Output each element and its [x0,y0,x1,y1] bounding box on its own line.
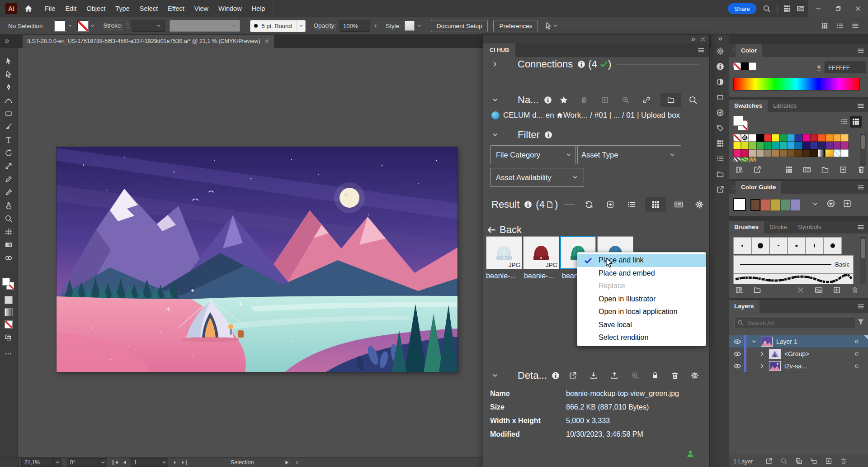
swatch[interactable] [756,142,764,149]
swatch[interactable] [795,142,802,149]
swatch[interactable] [833,149,841,157]
add-folder-icon[interactable] [601,96,609,104]
app-search-icon[interactable] [763,5,771,13]
layer-name[interactable]: <Group> [784,350,809,357]
swatch[interactable] [802,149,810,157]
collapse-panel-icon[interactable] [690,37,696,42]
charcoal-brush[interactable] [733,273,854,284]
brush-preset[interactable] [824,237,842,254]
layer-name[interactable]: t2v-sa... [784,362,807,370]
tab-stroke[interactable]: Stroke [764,221,793,234]
tab-libraries[interactable]: Libraries [768,100,802,112]
swatch[interactable] [733,142,741,149]
tab-color[interactable]: Color [736,44,762,57]
placed-artwork[interactable] [57,147,458,372]
swatch[interactable] [795,149,802,157]
details-zoom-icon[interactable] [631,372,639,380]
tab-color-guide[interactable]: Color Guide [736,181,781,194]
breadcrumb-mid[interactable]: en [546,111,554,120]
delete-swatch-icon[interactable] [857,166,865,174]
visibility-eye-icon[interactable] [733,338,741,346]
gradient-tool[interactable] [0,238,17,251]
illustrator-logo[interactable]: Ai [5,3,17,14]
rotation-chevron-icon[interactable] [99,458,107,467]
base-color-swatch[interactable] [733,198,746,211]
open-external-icon[interactable] [569,372,577,380]
rectangle-tool[interactable] [0,107,17,120]
fill-proxy-swatch[interactable] [2,278,10,286]
layer-row-layer1[interactable]: Layer 1 [729,335,868,348]
document-tab[interactable]: ILST-28.0.0-en_US-17519788-5f63-45f0-a33… [23,34,274,48]
swatch[interactable] [802,134,810,142]
swatch[interactable] [772,149,779,157]
swatch-libraries-icon[interactable] [735,166,743,174]
layer-row-group[interactable]: <Group> [729,348,868,360]
swatch[interactable] [749,142,756,149]
layers-filter-icon[interactable] [857,318,864,325]
panel-menu-icon[interactable] [852,22,859,29]
swatch[interactable] [795,134,802,142]
swatch[interactable] [749,157,756,162]
artboard[interactable] [57,147,458,372]
contrast-panel-icon[interactable] [711,74,729,90]
swatch[interactable] [772,142,779,149]
menu-item[interactable]: Edit [60,0,81,17]
mesh-tool[interactable] [0,225,17,238]
panel-collapse-icon[interactable] [731,184,736,191]
window-restore-button[interactable] [828,0,848,17]
direct-selection-tool[interactable] [0,67,17,81]
details-collapse-icon[interactable] [491,372,499,379]
window-close-button[interactable] [848,0,868,17]
first-artboard-button[interactable] [113,459,120,466]
make-mask-icon[interactable] [795,457,802,465]
fill-stroke-proxy[interactable] [2,278,15,291]
folder-panel-icon[interactable] [711,167,729,182]
stroke-weight-label[interactable]: Stroke: [104,22,123,29]
opacity-expand-icon[interactable] [373,23,378,29]
asset-thumbnail[interactable]: JPG [523,236,559,269]
target-circle-icon[interactable] [854,338,860,345]
swatch[interactable] [826,149,833,157]
layers-panel-menu-icon[interactable] [857,303,864,310]
connections-expand-icon[interactable] [491,61,499,68]
menu-item[interactable]: View [189,0,213,17]
fill-color-swatch[interactable] [55,20,66,31]
swatch[interactable] [841,134,849,142]
plugin-gear-icon[interactable] [711,43,729,59]
target-circle-icon[interactable] [854,363,860,369]
swatch-options-icon[interactable] [803,166,811,174]
layer-thumbnail[interactable] [769,349,781,359]
menu-item[interactable]: Select [135,0,163,17]
layer-thumbnail[interactable] [769,361,781,371]
brush-preset[interactable] [806,237,824,254]
breadcrumb-root[interactable]: Work... [563,111,588,120]
none-swatch[interactable] [733,62,741,70]
swatch[interactable] [818,149,826,157]
stroke-stepper[interactable] [125,22,130,29]
swatch[interactable] [818,134,826,142]
panel-grid-icon[interactable] [821,22,828,29]
new-layer-icon[interactable] [825,457,832,465]
stroke-color-swatch[interactable] [77,20,88,31]
swatch[interactable] [741,134,749,142]
brush-preset[interactable] [769,237,788,254]
tab-swatches[interactable]: Swatches [729,100,768,112]
asset-filename[interactable]: beanie-... [524,272,561,280]
upload-icon[interactable] [610,372,618,380]
layer-name[interactable]: Layer 1 [776,338,797,345]
nav-collapse-icon[interactable] [491,96,499,104]
draw-mode-icon[interactable] [5,334,12,341]
cihub-tab[interactable]: CI HUB [483,43,515,57]
visibility-eye-icon[interactable] [733,350,741,358]
tab-close-icon[interactable] [264,38,269,44]
zoom-chevron-icon[interactable] [54,458,61,467]
swatches-scrollbar[interactable] [860,134,866,165]
breadcrumb[interactable]: CELUM d... en Work... / #01 | ... / 01 |… [491,111,704,120]
brushes-panel-menu-icon[interactable] [857,224,864,231]
swatch[interactable] [826,134,833,142]
swatch[interactable] [764,149,772,157]
expand-chevron-icon[interactable] [751,338,757,345]
basic-brush[interactable]: Basic [733,255,854,273]
connections-info-icon[interactable] [577,60,585,68]
tab-symbols[interactable]: Symbols [793,221,827,234]
